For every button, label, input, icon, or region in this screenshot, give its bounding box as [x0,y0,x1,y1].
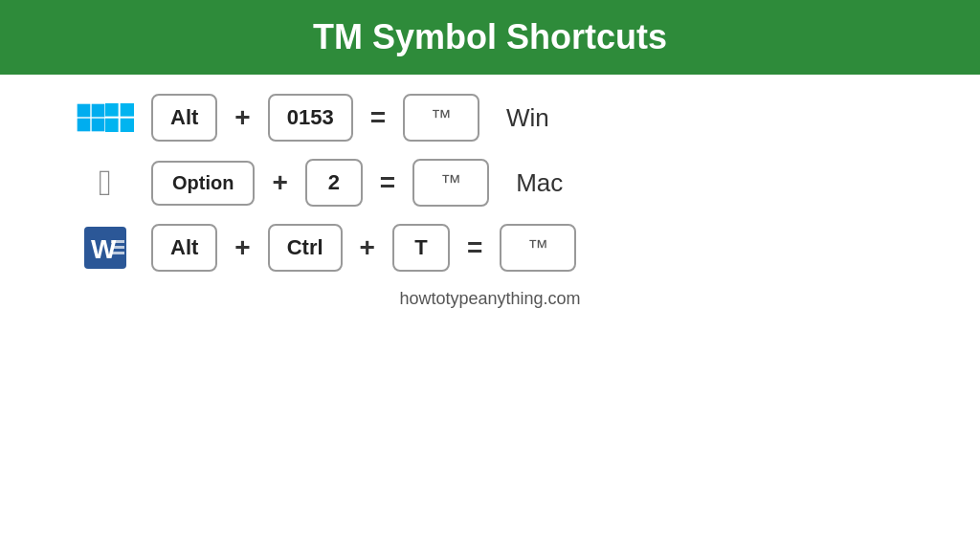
svg-rect-3 [92,119,105,132]
footer: howtotypeanything.com [0,289,980,309]
word-t-key: T [392,224,450,272]
win-equals: = [370,102,386,133]
windows-icon [77,97,134,139]
mac-equals: = [380,167,395,198]
svg-text:W: W [91,234,117,264]
word-plus-1: + [234,232,250,263]
word-alt-key: Alt [151,224,217,272]
win-plus-1: + [234,102,250,133]
page-header: TM Symbol Shortcuts [0,0,980,75]
word-plus-2: + [360,232,375,263]
win-label: Win [506,103,549,133]
content-area: Alt + 0153 = ™ Win  Option + 2 = ™ Mac … [0,75,980,281]
mac-result-key: ™ [412,159,489,207]
svg-rect-12 [111,246,124,249]
page-title: TM Symbol Shortcuts [0,17,980,57]
svg-rect-8 [121,119,134,132]
mac-2-key: 2 [305,159,363,207]
word-row: W Alt + Ctrl + T = ™ [77,224,903,272]
mac-label: Mac [516,168,563,198]
svg-rect-7 [105,119,119,132]
svg-rect-5 [105,103,119,117]
mac-plus-1: + [272,167,287,198]
svg-rect-2 [78,119,91,132]
apple-icon:  [77,165,134,201]
svg-rect-13 [111,252,124,254]
windows-row: Alt + 0153 = ™ Win [77,94,903,142]
mac-option-key: Option [151,161,255,206]
word-icon: W [77,227,134,269]
word-result-key: ™ [500,224,576,272]
footer-url: howtotypeanything.com [399,289,580,308]
win-result-key: ™ [403,94,479,142]
word-equals: = [467,232,482,263]
svg-rect-11 [111,240,124,243]
mac-row:  Option + 2 = ™ Mac [77,159,903,207]
win-alt-key: Alt [151,94,217,142]
word-ctrl-key: Ctrl [268,224,343,272]
win-code-key: 0153 [268,94,353,142]
svg-rect-6 [121,103,134,117]
svg-rect-1 [92,104,105,118]
